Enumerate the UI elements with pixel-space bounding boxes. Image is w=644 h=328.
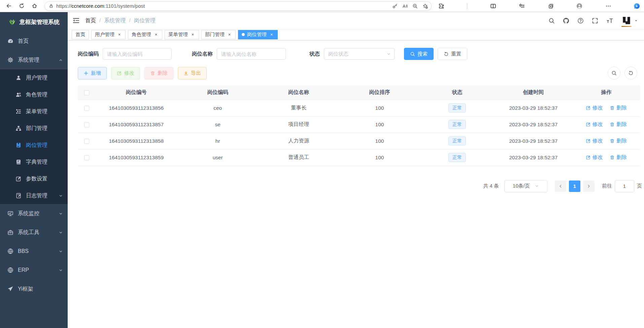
collapse-sidebar-button[interactable] xyxy=(72,17,80,24)
status-badge: 正常 xyxy=(448,136,466,145)
collections-icon[interactable] xyxy=(548,3,554,9)
page-number-button[interactable]: 1 xyxy=(569,181,580,192)
column-header[interactable]: 操作 xyxy=(573,86,640,100)
add-button[interactable]: 新增 xyxy=(78,67,107,79)
row-delete-link[interactable]: 删除 xyxy=(610,137,627,144)
browser-profile-avatar[interactable] xyxy=(576,3,582,9)
tab[interactable]: 角色管理 xyxy=(128,30,162,39)
breadcrumb-item[interactable]: 岗位管理 xyxy=(126,17,155,24)
reset-button[interactable]: 重置 xyxy=(438,48,467,60)
post-code-input[interactable] xyxy=(103,48,172,60)
zoom-icon[interactable] xyxy=(412,3,418,9)
sidebar-item[interactable]: 参数设置 xyxy=(0,170,68,187)
tab-close-icon[interactable] xyxy=(154,32,159,37)
row-edit-link[interactable]: 修改 xyxy=(586,137,603,144)
sidebar-item[interactable]: 系统工具 xyxy=(0,223,68,242)
breadcrumb-item[interactable]: 系统管理 xyxy=(96,17,126,24)
sidebar-item[interactable]: Yi框架 xyxy=(0,280,68,298)
favorites-icon[interactable] xyxy=(519,3,525,9)
sidebar-item[interactable]: 用户管理 xyxy=(0,69,68,86)
post-code-cell: ceo xyxy=(177,100,258,116)
column-header[interactable]: 岗位名称 xyxy=(258,86,339,100)
user-menu[interactable] xyxy=(621,15,638,26)
sidebar-item[interactable]: 系统监控 xyxy=(0,204,68,223)
row-edit-link[interactable]: 修改 xyxy=(586,104,603,111)
add-favorite-icon[interactable] xyxy=(422,3,428,9)
column-header[interactable]: 岗位编号 xyxy=(95,86,177,100)
status-badge: 正常 xyxy=(448,103,466,112)
tab[interactable]: 用户管理 xyxy=(91,30,126,39)
tab-close-icon[interactable] xyxy=(227,32,232,37)
row-checkbox[interactable] xyxy=(84,155,89,160)
tab-close-icon[interactable] xyxy=(269,32,274,37)
split-screen-icon[interactable] xyxy=(490,3,496,9)
row-delete-link[interactable]: 删除 xyxy=(610,154,627,161)
sidebar-item[interactable]: 角色管理 xyxy=(0,86,68,103)
column-header[interactable]: 状态 xyxy=(420,86,494,100)
github-icon[interactable] xyxy=(563,18,569,24)
tab-close-icon[interactable] xyxy=(190,32,195,37)
toggle-search-button[interactable] xyxy=(608,67,620,79)
browser-menu-icon[interactable] xyxy=(605,3,611,9)
post-name-input[interactable] xyxy=(217,48,286,60)
help-icon[interactable] xyxy=(577,18,584,24)
delete-button[interactable]: 删除 xyxy=(144,67,173,79)
sidebar-item[interactable]: ERP xyxy=(0,261,68,280)
org-tree-icon xyxy=(15,125,22,131)
sidebar-item[interactable]: 系统管理 xyxy=(0,51,68,69)
refresh-table-button[interactable] xyxy=(624,67,637,79)
search-button[interactable]: 搜索 xyxy=(404,48,434,60)
column-header[interactable]: 岗位编码 xyxy=(177,86,258,100)
breadcrumb-item[interactable]: 首页 xyxy=(85,17,96,24)
row-checkbox[interactable] xyxy=(84,122,89,127)
sidebar-item[interactable]: 岗位管理 xyxy=(0,137,68,154)
tab-label: 菜单管理 xyxy=(168,31,188,38)
goto-page-input[interactable] xyxy=(615,180,634,192)
next-page-button[interactable] xyxy=(583,181,595,192)
tab[interactable]: 岗位管理 xyxy=(238,30,278,39)
row-edit-link[interactable]: 修改 xyxy=(586,121,603,128)
row-delete-link[interactable]: 删除 xyxy=(610,104,627,111)
font-size-icon[interactable] xyxy=(606,17,613,24)
download-icon xyxy=(183,71,189,76)
address-bar[interactable]: https://ccnetcore.com:1101/system/post xyxy=(44,1,432,11)
sidebar-item[interactable]: 部门管理 xyxy=(0,120,68,137)
header-search-icon[interactable] xyxy=(548,18,555,24)
sidebar-item[interactable]: 字典管理 xyxy=(0,154,68,170)
read-aloud-icon[interactable] xyxy=(402,3,408,9)
status-select[interactable]: 岗位状态 xyxy=(324,48,395,60)
tab[interactable]: 首页 xyxy=(72,30,89,39)
sidebar-item[interactable]: BBS xyxy=(0,242,68,261)
home-icon xyxy=(32,3,37,9)
fullscreen-icon[interactable] xyxy=(592,18,598,24)
browser-refresh-button[interactable] xyxy=(16,1,27,11)
sidebar-item[interactable]: 首页 xyxy=(0,32,68,51)
tab-label: 岗位管理 xyxy=(247,31,267,38)
edit-button[interactable]: 修改 xyxy=(111,67,140,79)
select-all-checkbox[interactable] xyxy=(84,90,89,95)
row-edit-link[interactable]: 修改 xyxy=(586,154,603,161)
column-header[interactable]: 岗位排序 xyxy=(339,86,420,100)
prev-page-button[interactable] xyxy=(555,181,566,192)
sidebar-item[interactable]: 日志管理 xyxy=(0,187,68,204)
browser-home-button[interactable] xyxy=(29,1,40,11)
page-size-select[interactable]: 10条/页 xyxy=(504,180,547,192)
page-size-value: 10条/页 xyxy=(513,183,530,189)
sidebar-item[interactable]: 菜单管理 xyxy=(0,103,68,120)
extensions-icon[interactable] xyxy=(438,3,444,9)
tab[interactable]: 菜单管理 xyxy=(165,30,199,39)
export-button[interactable]: 导出 xyxy=(178,67,207,79)
bing-copilot-icon[interactable] xyxy=(634,3,640,9)
tab[interactable]: 部门管理 xyxy=(201,30,236,39)
password-icon[interactable] xyxy=(392,3,398,9)
row-checkbox[interactable] xyxy=(84,139,89,144)
row-delete-link[interactable]: 删除 xyxy=(610,121,627,128)
browser-back-button[interactable] xyxy=(3,1,14,11)
app-logo[interactable]: 意框架管理系统 xyxy=(0,12,68,32)
column-header[interactable]: 创建时间 xyxy=(494,86,572,100)
sidebar-item-label: 字典管理 xyxy=(26,159,47,166)
post-code-cell: user xyxy=(177,149,258,166)
tab-close-icon[interactable] xyxy=(117,32,122,37)
sidebar-item-label: 菜单管理 xyxy=(26,108,47,115)
row-checkbox[interactable] xyxy=(84,106,89,111)
